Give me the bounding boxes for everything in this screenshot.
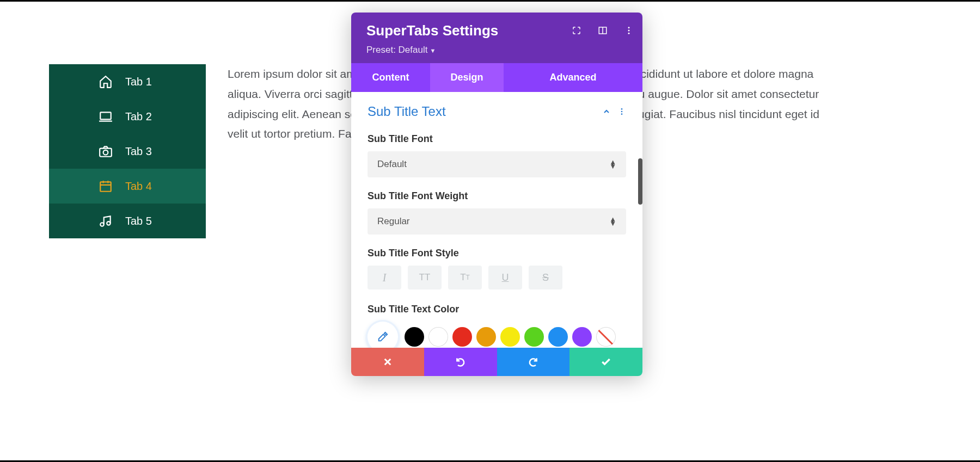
strikethrough-button[interactable]: S [529, 266, 562, 289]
swatch-yellow[interactable] [500, 327, 520, 347]
sidebar-item-label: Tab 2 [125, 110, 152, 123]
eyedropper-button[interactable] [367, 322, 398, 348]
swatch-none[interactable] [596, 327, 616, 347]
section-header[interactable]: Sub Title Text [367, 104, 626, 119]
font-label: Sub Title Font [367, 133, 626, 145]
svg-point-2 [103, 150, 108, 155]
scrollbar[interactable] [638, 158, 642, 205]
style-label: Sub Title Font Style [367, 248, 626, 259]
panel-header: SuperTabs Settings Preset: Default▼ [351, 13, 642, 63]
confirm-button[interactable] [569, 348, 642, 376]
color-label: Sub Title Text Color [367, 304, 626, 315]
svg-rect-0 [100, 112, 111, 119]
close-button[interactable] [351, 348, 424, 376]
svg-rect-3 [100, 182, 111, 191]
music-icon [98, 213, 113, 229]
panel-tabs: Content Design Advanced [351, 63, 642, 92]
settings-panel: SuperTabs Settings Preset: Default▼ Cont… [351, 13, 642, 376]
swatch-blue[interactable] [548, 327, 568, 347]
tabs-sidebar: Tab 1 Tab 2 Tab 3 Tab 4 Tab 5 [49, 64, 206, 238]
svg-point-8 [628, 30, 630, 32]
sidebar-item-label: Tab 5 [125, 215, 152, 227]
svg-point-12 [621, 113, 623, 115]
swatch-black[interactable] [405, 327, 424, 347]
tab-design[interactable]: Design [430, 63, 504, 92]
undo-button[interactable] [424, 348, 497, 376]
swatch-orange[interactable] [476, 327, 496, 347]
calendar-icon [98, 178, 113, 194]
svg-point-10 [621, 108, 623, 110]
laptop-icon [98, 109, 113, 124]
svg-point-11 [621, 111, 623, 113]
updown-icon: ▲▼ [609, 217, 616, 226]
underline-button[interactable]: U [488, 266, 522, 289]
sidebar-item-tab3[interactable]: Tab 3 [49, 134, 206, 169]
panel-footer [351, 348, 642, 376]
uppercase-button[interactable]: TT [408, 266, 442, 289]
weight-label: Sub Title Font Weight [367, 190, 626, 202]
chevron-up-icon[interactable] [602, 104, 611, 119]
sidebar-item-label: Tab 3 [125, 145, 152, 158]
font-select[interactable]: Default▲▼ [367, 151, 626, 177]
panel-body: Sub Title Text Sub Title Font Default▲▼ … [351, 92, 642, 348]
sidebar-item-tab5[interactable]: Tab 5 [49, 204, 206, 238]
preset-selector[interactable]: Preset: Default▼ [366, 45, 627, 56]
smallcaps-button[interactable]: TT [448, 266, 482, 289]
expand-icon[interactable] [571, 24, 583, 36]
home-icon [98, 74, 113, 89]
svg-point-9 [628, 33, 630, 34]
swatch-purple[interactable] [572, 327, 592, 347]
tab-content[interactable]: Content [351, 63, 430, 92]
swatch-white[interactable] [428, 327, 448, 347]
sidebar-item-label: Tab 1 [125, 76, 152, 88]
caret-down-icon: ▼ [430, 47, 436, 54]
sidebar-item-label: Tab 4 [125, 180, 152, 193]
svg-point-7 [628, 27, 630, 28]
font-style-group: I TT TT U S [367, 266, 626, 289]
camera-icon [98, 144, 113, 159]
updown-icon: ▲▼ [609, 160, 616, 169]
sidebar-item-tab2[interactable]: Tab 2 [49, 99, 206, 134]
sidebar-item-tab1[interactable]: Tab 1 [49, 64, 206, 99]
sidebar-item-tab4[interactable]: Tab 4 [49, 169, 206, 204]
color-swatches [367, 322, 626, 348]
swatch-green[interactable] [524, 327, 544, 347]
swatch-red[interactable] [452, 327, 472, 347]
columns-icon[interactable] [597, 24, 609, 36]
italic-button[interactable]: I [367, 266, 401, 289]
more-icon[interactable] [623, 24, 635, 36]
tab-advanced[interactable]: Advanced [504, 63, 642, 92]
redo-button[interactable] [497, 348, 570, 376]
section-more-icon[interactable] [617, 104, 626, 119]
weight-select[interactable]: Regular▲▼ [367, 208, 626, 235]
